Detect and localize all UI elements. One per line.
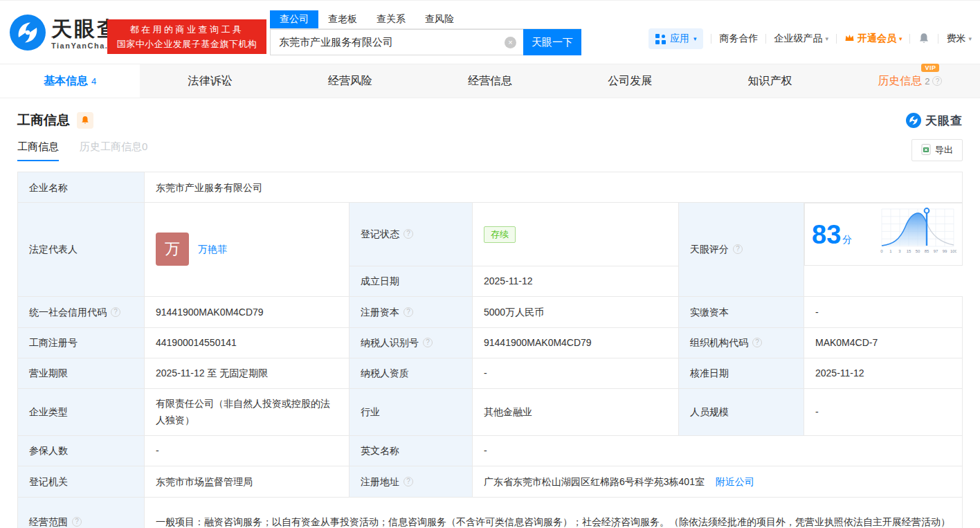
notification-bell-icon[interactable] bbox=[918, 33, 930, 45]
tab-basic-info-count: 4 bbox=[91, 76, 96, 87]
field-value-industry: 其他金融业 bbox=[473, 388, 679, 435]
help-icon[interactable]: ? bbox=[752, 338, 762, 347]
table-row: 企业类型 有限责任公司（非自然人投资或控股的法人独资） 行业 其他金融业 人员规… bbox=[18, 388, 963, 435]
field-value-reg-number: 441900014550141 bbox=[145, 327, 350, 358]
field-label-credit-code: 统一社会信用代码? bbox=[18, 296, 145, 327]
tab-basic-info-label: 基本信息 bbox=[44, 74, 88, 89]
table-row: 营业期限 2025-11-12 至 无固定期限 纳税人资质 - 核准日期 202… bbox=[18, 358, 963, 388]
promo-line2: 国家中小企业发展子基金旗下机构 bbox=[107, 37, 266, 51]
field-label-company-type: 企业类型 bbox=[18, 388, 145, 435]
svg-text:1: 1 bbox=[889, 249, 892, 253]
tab-intellectual-property[interactable]: 知识产权 bbox=[700, 64, 840, 98]
svg-text:85: 85 bbox=[924, 249, 929, 253]
field-value-business-scope: 一般项目：融资咨询服务；以自有资金从事投资活动；信息咨询服务（不含许可类信息咨询… bbox=[145, 497, 963, 528]
menu-divider bbox=[938, 34, 938, 44]
field-value-tyc-score[interactable]: 83 分 bbox=[804, 203, 963, 266]
field-value-paid-capital: - bbox=[804, 296, 963, 327]
svg-text:100: 100 bbox=[950, 249, 956, 253]
field-label-reg-number: 工商注册号 bbox=[18, 327, 145, 358]
field-label-reg-address: 注册地址? bbox=[350, 466, 473, 497]
tianyancha-swirl-icon bbox=[10, 15, 46, 53]
svg-text:0: 0 bbox=[880, 249, 883, 253]
chevron-down-icon: ▾ bbox=[899, 35, 902, 42]
nearby-companies-link[interactable]: 附近公司 bbox=[716, 476, 754, 487]
field-label-english-name: 英文名称 bbox=[350, 435, 473, 466]
field-label-legal-rep: 法定代表人 bbox=[18, 203, 145, 297]
field-label-establish-date: 成立日期 bbox=[350, 266, 473, 296]
tab-basic-info[interactable]: 基本信息 4 bbox=[0, 64, 140, 98]
apps-menu[interactable]: 应用 ▾ bbox=[648, 28, 704, 49]
search-tab-relation[interactable]: 查关系 bbox=[367, 10, 415, 28]
subtab-business-info[interactable]: 工商信息 bbox=[17, 140, 59, 161]
enterprise-product-menu[interactable]: 企业级产品 ▾ bbox=[774, 33, 828, 45]
tab-legal-litigation[interactable]: 法律诉讼 bbox=[140, 64, 280, 98]
vip-badge: VIP bbox=[921, 64, 939, 72]
svg-text:3: 3 bbox=[898, 249, 901, 253]
help-icon[interactable]: ? bbox=[423, 338, 433, 347]
clear-search-icon[interactable]: × bbox=[505, 37, 516, 48]
field-value-company-name: 东莞市产业服务有限公司 bbox=[145, 172, 963, 203]
export-button[interactable]: 导出 bbox=[911, 139, 963, 161]
field-value-staff-size: - bbox=[804, 388, 963, 435]
field-label-taxpayer-id: 纳税人识别号? bbox=[350, 327, 473, 358]
table-row: 登记机关 东莞市市场监督管理局 注册地址? 广东省东莞市松山湖园区红棉路6号科学… bbox=[18, 466, 963, 497]
field-value-taxpayer-id: 91441900MAK0M4CD79 bbox=[473, 327, 679, 358]
excel-file-icon bbox=[921, 144, 931, 157]
search-input[interactable] bbox=[270, 29, 523, 55]
field-value-approval-date: 2025-11-12 bbox=[804, 358, 963, 388]
field-label-approval-date: 核准日期 bbox=[679, 358, 804, 388]
reg-address-text: 广东省东莞市松山湖园区红棉路6号科学苑3栋401室 bbox=[484, 476, 705, 487]
field-label-staff-size: 人员规模 bbox=[679, 388, 804, 435]
table-row: 统一社会信用代码? 91441900MAK0M4CD79 注册资本? 5000万… bbox=[18, 296, 963, 327]
help-icon[interactable]: ? bbox=[733, 244, 743, 254]
help-icon[interactable]: ? bbox=[932, 76, 942, 86]
user-menu[interactable]: 费米 ▾ bbox=[946, 33, 972, 45]
subtab-history-business-info[interactable]: 历史工商信息0 bbox=[80, 140, 147, 161]
search-button[interactable]: 天眼一下 bbox=[523, 29, 581, 55]
field-value-org-code: MAK0M4CD-7 bbox=[804, 327, 963, 358]
table-row: 企业名称 东莞市产业服务有限公司 bbox=[18, 172, 963, 203]
business-cooperation-link[interactable]: 商务合作 bbox=[719, 33, 758, 45]
field-value-company-type: 有限责任公司（非自然人投资或控股的法人独资） bbox=[145, 388, 350, 435]
svg-text:97: 97 bbox=[933, 249, 938, 253]
tab-history-info[interactable]: VIP 历史信息 2 ? bbox=[840, 64, 980, 98]
search-tabs: 查公司 查老板 查关系 查风险 bbox=[270, 10, 581, 29]
help-icon[interactable]: ? bbox=[403, 477, 413, 486]
search-area: 查公司 查老板 查关系 查风险 × 天眼一下 bbox=[270, 10, 581, 55]
field-label-insured-count: 参保人数 bbox=[18, 435, 145, 466]
main-content: 工商信息 天眼查 工商信息 历史工商信息0 导出 bbox=[0, 110, 980, 528]
field-value-legal-rep: 万 万艳菲 bbox=[145, 203, 350, 297]
search-tab-boss[interactable]: 查老板 bbox=[318, 10, 367, 28]
promo-line1: 都在用的商业查询工具 bbox=[107, 22, 266, 37]
open-vip-label: 开通会员 bbox=[858, 33, 896, 45]
help-icon[interactable]: ? bbox=[403, 229, 413, 239]
help-icon[interactable]: ? bbox=[72, 517, 82, 527]
field-label-reg-capital: 注册资本? bbox=[350, 296, 473, 327]
crown-icon bbox=[844, 33, 855, 44]
tab-legal-litigation-label: 法律诉讼 bbox=[188, 74, 232, 89]
tab-operation-info[interactable]: 经营信息 bbox=[420, 64, 560, 98]
chevron-down-icon: ▾ bbox=[825, 35, 828, 42]
legal-rep-avatar[interactable]: 万 bbox=[156, 233, 189, 266]
watermark-logo: 天眼查 bbox=[906, 113, 963, 129]
legal-rep-name-link[interactable]: 万艳菲 bbox=[198, 241, 227, 257]
search-tab-risk[interactable]: 查风险 bbox=[415, 10, 464, 28]
enterprise-product-label: 企业级产品 bbox=[774, 33, 822, 45]
field-value-business-term: 2025-11-12 至 无固定期限 bbox=[145, 358, 350, 388]
help-icon[interactable]: ? bbox=[403, 307, 413, 317]
field-value-reg-address: 广东省东莞市松山湖园区红棉路6号科学苑3栋401室 附近公司 bbox=[473, 466, 963, 497]
tab-company-development-label: 公司发展 bbox=[608, 74, 652, 89]
top-header: 天眼查 TianYanCha.com 都在用的商业查询工具 国家中小企业发展子基… bbox=[0, 0, 980, 64]
tab-operation-risk[interactable]: 经营风险 bbox=[280, 64, 420, 98]
chevron-down-icon: ▾ bbox=[693, 35, 697, 42]
watermark-logo-text: 天眼查 bbox=[925, 113, 963, 129]
help-icon[interactable]: ? bbox=[111, 307, 120, 317]
table-row: 工商注册号 441900014550141 纳税人识别号? 91441900MA… bbox=[18, 327, 963, 358]
business-info-table: 企业名称 东莞市产业服务有限公司 法定代表人 万 万艳菲 登记状态? 存续 天眼… bbox=[17, 172, 963, 528]
tab-company-development[interactable]: 公司发展 bbox=[560, 64, 700, 98]
search-tab-company[interactable]: 查公司 bbox=[270, 10, 318, 28]
open-vip-menu[interactable]: 开通会员 ▾ bbox=[844, 33, 902, 45]
field-label-taxpayer-quality: 纳税人资质 bbox=[350, 358, 473, 388]
subscribe-bell-icon[interactable] bbox=[77, 112, 93, 129]
svg-text:50: 50 bbox=[915, 249, 920, 253]
